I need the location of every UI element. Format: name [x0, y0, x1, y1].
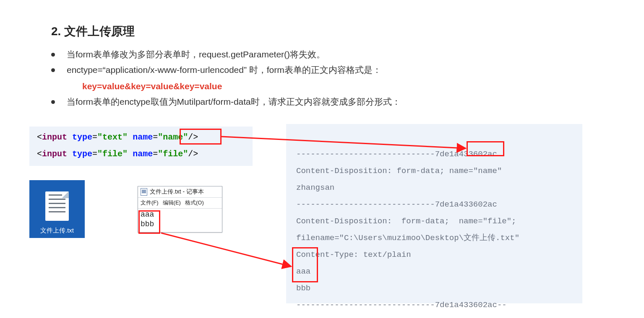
bullet-text: 当form表单的enctype取值为Mutilpart/form-data时，请…: [67, 94, 492, 110]
bullet-dot-icon: [51, 68, 55, 72]
menu-format: 格式(O): [185, 199, 204, 207]
tok: <: [37, 132, 42, 142]
bullet-list: 当form表单修改为多部分表单时，request.getParameter()将…: [51, 47, 492, 110]
payload-line: zhangsan: [296, 183, 334, 192]
bullet-item: 当form表单的enctype取值为Mutilpart/form-data时，请…: [51, 94, 492, 110]
tok: name: [163, 132, 183, 142]
tok: =: [153, 149, 158, 159]
tok: [128, 149, 133, 159]
tok: input: [42, 132, 67, 142]
tok: ": [158, 149, 163, 159]
tok: />: [188, 149, 198, 159]
tok: ": [183, 149, 188, 159]
tok: ": [183, 132, 188, 142]
tok: ": [97, 149, 102, 159]
bullet-item: 当form表单修改为多部分表单时，request.getParameter()将…: [51, 47, 492, 62]
tok: =: [92, 149, 97, 159]
document-icon: [45, 191, 69, 221]
payload-line: -----------------------------7de1a433602…: [296, 300, 507, 310]
tok: name: [133, 149, 153, 159]
bullet-dot-icon: [51, 53, 55, 57]
tok: name: [133, 132, 153, 142]
tok: =: [153, 132, 158, 142]
payload-line: aaa: [296, 267, 310, 276]
kv-format-text: key=value&key=value&key=value: [82, 81, 222, 91]
payload-line: Content-Disposition: form-data; name=: [296, 166, 473, 176]
tok: ": [158, 132, 163, 142]
file-desktop-icon: 文件上传.txt: [29, 180, 85, 238]
tok: [67, 132, 72, 142]
tok: file: [163, 149, 183, 159]
tok: [67, 149, 72, 159]
page: 2. 文件上传原理 当form表单修改为多部分表单时，request.getPa…: [0, 0, 644, 318]
tok: [128, 132, 133, 142]
code-line: <input type="text" name="name"/>: [29, 129, 253, 146]
multipart-payload-block: -----------------------------7de1a433602…: [286, 124, 582, 303]
notepad-title-text: 文件上传.txt - 记事本: [150, 188, 204, 196]
payload-name-value: "name": [473, 166, 502, 176]
payload-line: Content-Disposition: form-data; name="fi…: [296, 217, 516, 226]
tok: />: [188, 132, 198, 142]
notepad-window: 文件上传.txt - 记事本 文件(F) 编辑(E) 格式(O) aaa bbb: [138, 186, 222, 233]
tok: text: [102, 132, 123, 142]
code-line: <input type="file" name="file"/>: [29, 146, 253, 163]
tok: input: [42, 149, 67, 159]
notepad-line: bbb: [141, 220, 219, 229]
tok: file: [102, 149, 123, 159]
tok: =: [92, 132, 97, 142]
arrow-content-to-payload: [161, 233, 291, 266]
section-heading: 2. 文件上传原理: [51, 23, 135, 39]
bullet-text: enctype=“application/x-www-form-urlencod…: [67, 62, 492, 95]
bullet-dot-icon: [51, 100, 55, 104]
tok: type: [72, 132, 92, 142]
bullet-text: 当form表单修改为多部分表单时，request.getParameter()将…: [67, 47, 492, 62]
tok: <: [37, 149, 42, 159]
bullet-item: enctype=“application/x-www-form-urlencod…: [51, 62, 492, 95]
tok: ": [123, 132, 128, 142]
payload-line: -----------------------------7de1a433602…: [296, 150, 497, 159]
payload-line: bbb: [296, 284, 310, 293]
menu-edit: 编辑(E): [163, 199, 181, 207]
bullet-line: enctype=“application/x-www-form-urlencod…: [67, 65, 381, 75]
notepad-app-icon: [141, 188, 147, 196]
code-block-left: <input type="text" name="name"/> <input …: [29, 127, 253, 166]
payload-line: Content-Type: text/plain: [296, 250, 411, 259]
payload-line: -----------------------------7de1a433602…: [296, 200, 497, 209]
notepad-menu: 文件(F) 编辑(E) 格式(O): [138, 198, 222, 209]
tok: ": [97, 132, 102, 142]
tok: type: [72, 149, 92, 159]
notepad-line: aaa: [141, 210, 219, 220]
notepad-body: aaa bbb: [138, 209, 222, 232]
payload-line: filename="C:\Users\muzimoo\Desktop\文件上传.…: [296, 233, 519, 243]
menu-file: 文件(F): [141, 199, 159, 207]
notepad-titlebar: 文件上传.txt - 记事本: [138, 186, 222, 198]
tok: ": [123, 149, 128, 159]
file-name-label: 文件上传.txt: [40, 227, 74, 235]
